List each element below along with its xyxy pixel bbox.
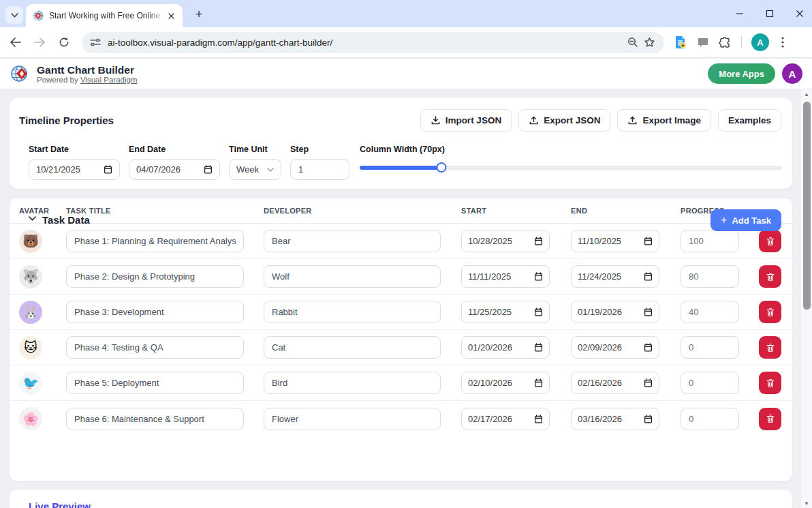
- calendar-icon[interactable]: [534, 272, 543, 281]
- calendar-icon[interactable]: [644, 415, 653, 423]
- progress-input[interactable]: [681, 408, 739, 430]
- calendar-icon[interactable]: [104, 165, 112, 174]
- trash-icon: [766, 378, 775, 388]
- visual-paradigm-link[interactable]: Visual Paradigm: [80, 76, 138, 84]
- export-image-button[interactable]: Export Image: [617, 109, 711, 132]
- scrollbar-thumb[interactable]: [803, 102, 811, 310]
- visual-paradigm-logo: [10, 63, 30, 84]
- window-controls: [736, 0, 805, 27]
- scroll-down-arrow[interactable]: ▼: [801, 498, 812, 508]
- column-width-slider[interactable]: [360, 166, 782, 170]
- end-date-input[interactable]: 02/09/2026: [571, 336, 659, 359]
- task-data-card: Task Data + Add Task AVATAR TASK TITLE D…: [10, 198, 792, 481]
- task-title-input[interactable]: [66, 408, 244, 430]
- live-preview-title: Live Preview: [29, 500, 91, 508]
- delete-task-button[interactable]: [759, 301, 781, 323]
- progress-input[interactable]: [681, 265, 739, 288]
- calendar-icon[interactable]: [534, 378, 543, 387]
- calendar-icon[interactable]: [644, 378, 653, 387]
- collapse-section-button[interactable]: [29, 216, 36, 221]
- developer-input[interactable]: [264, 372, 441, 394]
- maximize-button[interactable]: [766, 10, 775, 18]
- start-date-input[interactable]: 02/10/2026: [461, 372, 550, 394]
- progress-input[interactable]: [681, 301, 739, 323]
- page-scrollbar[interactable]: ▲ ▼: [801, 89, 812, 508]
- import-json-button[interactable]: Import JSON: [420, 109, 512, 132]
- developer-avatar: 🐱: [19, 336, 42, 359]
- new-tab-button[interactable]: +: [191, 6, 207, 23]
- timeline-properties-card: Timeline Properties Import JSON Export J…: [10, 98, 792, 189]
- timeline-end-date-input[interactable]: 04/07/2026: [129, 159, 220, 180]
- task-title-input[interactable]: [66, 301, 244, 323]
- address-bar[interactable]: ai-toolbox.visual-paradigm.com/app/gantt…: [82, 32, 664, 53]
- tab-close-button[interactable]: [165, 10, 177, 22]
- calendar-icon[interactable]: [644, 272, 653, 281]
- calendar-icon[interactable]: [534, 415, 543, 423]
- developer-avatar: 🌸: [19, 407, 42, 430]
- end-date-input[interactable]: 03/16/2026: [571, 408, 659, 430]
- site-settings-icon[interactable]: [90, 38, 101, 47]
- task-title-input[interactable]: [66, 372, 244, 394]
- browser-menu-button[interactable]: [779, 37, 787, 48]
- slider-thumb[interactable]: [437, 162, 447, 173]
- chevron-down-icon: [11, 13, 18, 18]
- end-date-input[interactable]: 11/24/2025: [571, 265, 659, 288]
- url-text[interactable]: ai-toolbox.visual-paradigm.com/app/gantt…: [108, 38, 625, 48]
- developer-input[interactable]: [264, 301, 441, 323]
- add-task-button[interactable]: + Add Task: [710, 209, 781, 231]
- trash-icon: [766, 343, 775, 353]
- browser-titlebar: Start Working with Free Online +: [0, 0, 812, 27]
- examples-button[interactable]: Examples: [718, 109, 781, 132]
- calendar-icon[interactable]: [534, 343, 543, 352]
- extensions-puzzle-icon[interactable]: [719, 36, 732, 49]
- delete-task-button[interactable]: [759, 265, 781, 288]
- bookmark-star-icon[interactable]: [641, 34, 657, 50]
- back-button[interactable]: [5, 33, 25, 52]
- more-apps-button[interactable]: More Apps: [708, 63, 775, 84]
- delete-task-button[interactable]: [759, 408, 781, 430]
- browser-tab[interactable]: Start Working with Free Online: [26, 4, 183, 27]
- task-title-input[interactable]: [66, 336, 244, 359]
- start-date-input[interactable]: 11/25/2025: [461, 301, 550, 323]
- time-unit-select[interactable]: Week: [229, 159, 281, 180]
- developer-input[interactable]: [264, 408, 441, 430]
- reload-button[interactable]: [54, 33, 74, 52]
- minimize-button[interactable]: [736, 10, 745, 18]
- minimize-icon: [736, 10, 744, 18]
- zoom-out-icon[interactable]: [625, 34, 641, 50]
- tab-search-button[interactable]: [5, 6, 23, 24]
- start-date-label: Start Date: [29, 145, 69, 154]
- delete-task-button[interactable]: [759, 336, 781, 359]
- chevron-down-icon: [29, 216, 36, 221]
- start-date-input[interactable]: 01/20/2026: [461, 336, 550, 359]
- developer-input[interactable]: [264, 265, 441, 288]
- docs-offline-icon[interactable]: [674, 35, 687, 49]
- export-json-button[interactable]: Export JSON: [518, 109, 610, 132]
- progress-input[interactable]: [681, 336, 739, 359]
- end-date-input[interactable]: 02/16/2026: [571, 372, 659, 394]
- step-label: Step: [290, 145, 309, 154]
- calendar-icon[interactable]: [534, 308, 543, 316]
- timeline-start-date-input[interactable]: 10/21/2025: [29, 159, 120, 180]
- comment-bubble-icon[interactable]: [697, 37, 709, 48]
- close-window-button[interactable]: [796, 10, 805, 18]
- end-date-input[interactable]: 01/19/2026: [571, 301, 659, 323]
- task-title-input[interactable]: [66, 265, 244, 288]
- timeline-properties-title: Timeline Properties: [19, 115, 114, 126]
- start-date-input[interactable]: 11/11/2025: [461, 265, 550, 288]
- forward-button[interactable]: [30, 33, 49, 52]
- delete-task-button[interactable]: [759, 372, 781, 394]
- user-avatar[interactable]: A: [782, 63, 802, 84]
- calendar-icon[interactable]: [204, 165, 213, 174]
- back-icon: [10, 38, 21, 47]
- start-date-input[interactable]: 02/17/2026: [461, 408, 550, 430]
- developer-input[interactable]: [264, 336, 441, 359]
- live-preview-card: Live Preview: [10, 490, 792, 508]
- extension-area: A: [674, 33, 787, 51]
- calendar-icon[interactable]: [644, 308, 653, 316]
- step-input[interactable]: [290, 159, 349, 180]
- scroll-up-arrow[interactable]: ▲: [801, 89, 812, 99]
- progress-input[interactable]: [681, 372, 739, 394]
- browser-profile-avatar[interactable]: A: [751, 33, 769, 51]
- calendar-icon[interactable]: [644, 343, 653, 352]
